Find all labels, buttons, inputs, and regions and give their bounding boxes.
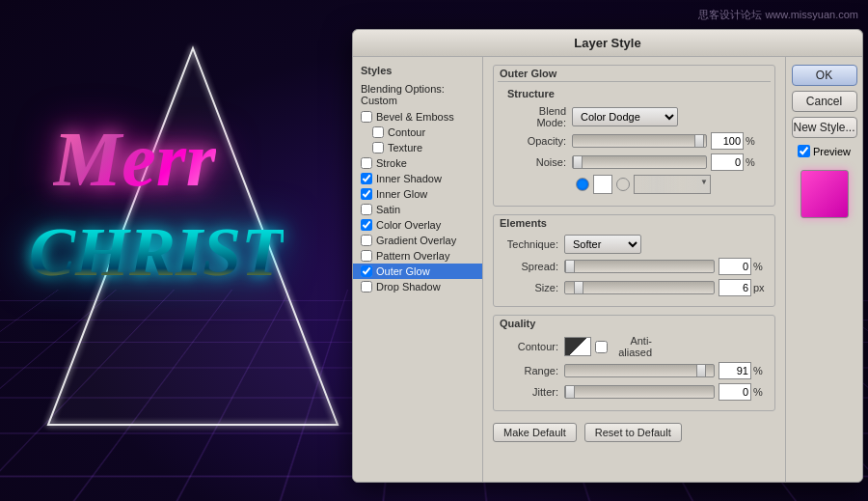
opacity-input[interactable]	[711, 132, 744, 150]
range-input[interactable]	[719, 362, 751, 379]
reset-default-button[interactable]: Reset to Default	[584, 423, 682, 442]
style-item-inner-glow[interactable]: Inner Glow	[353, 186, 482, 202]
blend-mode-label: Blend Mode:	[509, 105, 572, 128]
opacity-unit: %	[744, 135, 759, 147]
contour-row: Contour: Anti-aliased	[502, 335, 767, 358]
ok-button[interactable]: OK	[792, 65, 857, 86]
size-slider[interactable]	[564, 281, 715, 294]
size-row: Size: px	[502, 279, 767, 296]
styles-list: Bevel & Emboss Contour Texture Stroke In…	[353, 109, 482, 294]
outer-glow-checkbox[interactable]	[361, 265, 372, 277]
noise-unit: %	[744, 156, 759, 168]
blend-mode-dropdown[interactable]: Color Dodge Normal Screen	[572, 107, 678, 126]
size-unit: px	[751, 282, 767, 293]
spread-slider[interactable]	[564, 260, 715, 273]
elements-content: Technique: Softer Precise Spread: %	[494, 231, 774, 306]
style-item-contour[interactable]: Contour	[353, 125, 482, 140]
opacity-slider[interactable]	[572, 134, 707, 148]
style-item-texture[interactable]: Texture	[353, 140, 482, 155]
jitter-thumb	[565, 385, 575, 399]
merry-text: Merr	[53, 116, 216, 204]
preview-checkbox-row[interactable]: Preview	[798, 145, 851, 157]
watermark: 思客设计论坛 www.missyuan.com	[698, 8, 858, 22]
right-panel: OK Cancel New Style... Preview	[785, 57, 862, 482]
opacity-thumb	[694, 134, 704, 148]
technique-dropdown[interactable]: Softer Precise	[564, 235, 641, 254]
style-item-drop-shadow[interactable]: Drop Shadow	[353, 279, 482, 294]
gradient-swatch[interactable]	[634, 175, 711, 194]
christmas-text: CHRIST	[29, 212, 284, 292]
jitter-row: Jitter: %	[502, 383, 767, 401]
outer-glow-title: Outer Glow	[494, 66, 774, 81]
size-label: Size:	[502, 282, 564, 293]
technique-row: Technique: Softer Precise	[502, 235, 767, 254]
jitter-label: Jitter:	[502, 386, 564, 398]
elements-section: Elements Technique: Softer Precise Sprea…	[493, 214, 775, 307]
layer-style-dialog: Layer Style Styles Blending Options: Cus…	[352, 29, 863, 483]
size-thumb	[574, 281, 583, 294]
elements-title: Elements	[494, 215, 774, 231]
inner-glow-checkbox[interactable]	[361, 188, 372, 200]
make-default-button[interactable]: Make Default	[493, 423, 577, 442]
inner-shadow-checkbox[interactable]	[361, 173, 372, 184]
style-item-gradient-overlay[interactable]: Gradient Overlay	[353, 233, 482, 248]
preview-label: Preview	[813, 146, 851, 157]
color-row	[509, 175, 759, 194]
stroke-checkbox[interactable]	[361, 157, 372, 169]
contour-label: Contour:	[502, 341, 564, 352]
satin-checkbox[interactable]	[361, 204, 372, 215]
anti-aliased-checkbox[interactable]	[595, 341, 608, 353]
new-style-button[interactable]: New Style...	[792, 117, 857, 138]
dialog-title: Layer Style	[353, 30, 862, 57]
style-item-pattern-overlay[interactable]: Pattern Overlay	[353, 248, 482, 264]
range-unit: %	[751, 365, 767, 376]
preview-checkbox[interactable]	[798, 145, 810, 157]
pattern-overlay-checkbox[interactable]	[361, 250, 372, 262]
cancel-button[interactable]: Cancel	[792, 91, 857, 112]
drop-shadow-checkbox[interactable]	[361, 281, 372, 292]
jitter-slider[interactable]	[564, 385, 715, 399]
style-item-color-overlay[interactable]: Color Overlay	[353, 217, 482, 233]
style-item-bevel[interactable]: Bevel & Emboss	[353, 109, 482, 125]
quality-section: Quality Contour: Anti-aliased R	[493, 315, 775, 411]
styles-panel: Styles Blending Options: Custom Bevel & …	[353, 57, 483, 482]
quality-title: Quality	[494, 316, 774, 331]
noise-slider[interactable]	[572, 155, 707, 169]
jitter-input[interactable]	[719, 383, 751, 401]
spread-label: Spread:	[502, 261, 564, 272]
style-item-satin[interactable]: Satin	[353, 202, 482, 217]
style-item-outer-glow[interactable]: Outer Glow	[353, 264, 482, 279]
range-slider[interactable]	[564, 364, 715, 377]
bottom-buttons: Make Default Reset to Default	[493, 419, 775, 446]
spread-thumb	[565, 260, 575, 273]
opacity-label: Opacity:	[509, 135, 572, 147]
color-radio-outline[interactable]	[616, 178, 630, 191]
color-overlay-checkbox[interactable]	[361, 219, 372, 231]
color-radio-filled[interactable]	[576, 178, 589, 191]
gradient-overlay-checkbox[interactable]	[361, 235, 372, 246]
quality-content: Contour: Anti-aliased Range:	[494, 331, 774, 410]
structure-content: Blend Mode: Color Dodge Normal Screen Op…	[502, 101, 767, 204]
blending-options-item[interactable]: Blending Options: Custom	[353, 80, 482, 109]
noise-input[interactable]	[711, 153, 744, 171]
style-item-stroke[interactable]: Stroke	[353, 155, 482, 171]
style-item-inner-shadow[interactable]: Inner Shadow	[353, 171, 482, 186]
anti-aliased-label[interactable]: Anti-aliased	[595, 335, 658, 358]
color-swatch-white[interactable]	[593, 175, 612, 194]
bevel-checkbox[interactable]	[361, 111, 372, 123]
preview-swatch	[800, 170, 849, 218]
opacity-row: Opacity: %	[509, 132, 759, 150]
spread-row: Spread: %	[502, 258, 767, 275]
spread-unit: %	[751, 261, 767, 272]
range-thumb	[696, 364, 706, 377]
range-label: Range:	[502, 365, 564, 376]
blend-mode-row: Blend Mode: Color Dodge Normal Screen	[509, 105, 759, 128]
technique-label: Technique:	[502, 238, 564, 250]
spread-input[interactable]	[719, 258, 751, 275]
contour-checkbox[interactable]	[372, 126, 384, 138]
size-input[interactable]	[719, 279, 751, 296]
contour-thumbnail[interactable]	[564, 337, 591, 356]
noise-thumb	[573, 155, 583, 169]
dialog-body: Styles Blending Options: Custom Bevel & …	[353, 57, 862, 482]
texture-checkbox[interactable]	[372, 142, 384, 153]
